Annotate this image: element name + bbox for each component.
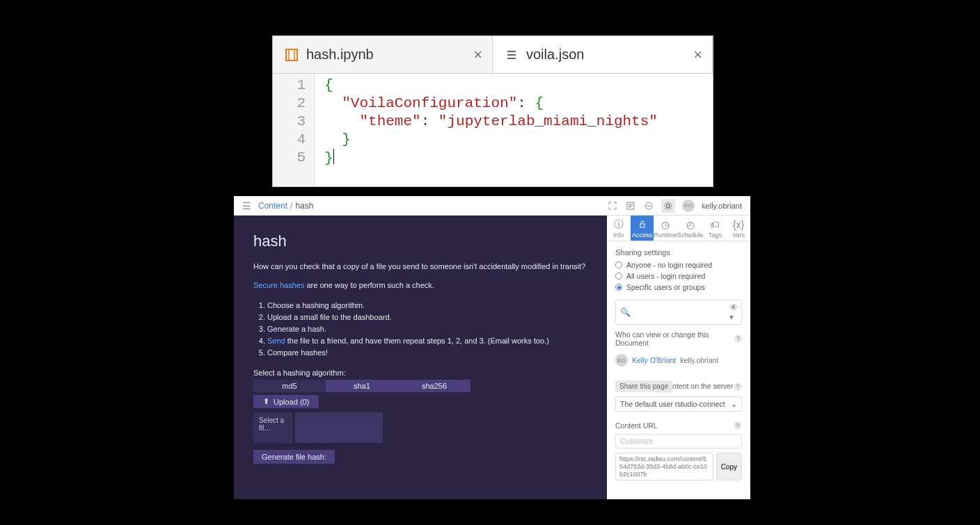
tab-hash-ipynb[interactable]: hash.ipynb × <box>273 36 493 73</box>
breadcrumb-root[interactable]: Content <box>258 201 287 211</box>
tab-label: hash.ipynb <box>306 47 374 63</box>
visibility-icon[interactable]: 👁 ▾ <box>729 302 738 322</box>
radio-label: Specific users or groups <box>626 283 705 291</box>
runas-select[interactable]: The default user rstudio-connect⌄ <box>615 396 742 412</box>
radio-icon <box>615 284 622 291</box>
algo-sha256-button[interactable]: sha256 <box>398 380 471 392</box>
avatar: KO <box>615 354 628 366</box>
logs-icon[interactable] <box>625 200 636 211</box>
code-token: : <box>517 95 535 111</box>
svg-rect-4 <box>640 224 645 227</box>
connect-app-panel: ☰ Content / hash KO kelly.obriant hash H… <box>234 196 750 499</box>
expand-icon[interactable] <box>607 200 618 211</box>
algo-sha1-button[interactable]: sha1 <box>326 380 398 392</box>
who-heading: Who can view or change this Document <box>615 330 734 347</box>
radio-specific[interactable]: Specific users or groups <box>615 283 742 291</box>
list-item: Generate a hash. <box>267 323 587 335</box>
code-token: } <box>342 131 351 147</box>
user-name: Kelly O'Briant <box>632 356 676 364</box>
close-icon[interactable]: × <box>473 46 482 64</box>
tab-label: voila.json <box>526 47 584 63</box>
intro-text: How can you check that a copy of a file … <box>253 261 587 272</box>
code-token: } <box>324 150 333 166</box>
tab-tags[interactable]: 🏷Tags <box>704 216 727 241</box>
upload-label: Upload (0) <box>274 398 309 406</box>
code-area[interactable]: { "VoilaConfiguration": { "theme": "jupy… <box>315 74 667 186</box>
menu-icon[interactable]: ☰ <box>242 200 251 211</box>
code-token: { <box>324 77 333 93</box>
share-page-button[interactable]: Share this page <box>615 380 672 392</box>
breadcrumb-current: hash <box>295 201 313 211</box>
user-row[interactable]: KO Kelly O'Briant kelly.obriant <box>615 351 742 375</box>
avatar[interactable]: KO <box>682 200 695 212</box>
algo-label: Select a hashing algorithm: <box>253 369 587 377</box>
user-search[interactable]: 🔍 👁 ▾ <box>615 300 742 325</box>
tab-label: Vars <box>732 232 745 239</box>
svg-point-3 <box>667 204 670 207</box>
user-login: kelly.obriant <box>680 356 718 364</box>
list-item: Send the file to a friend, and have them… <box>267 335 587 347</box>
settings-pane: ⓘInfo Access ◷Runtime ◴Schedule 🏷Tags {x… <box>607 216 750 499</box>
code-token: "theme" <box>359 113 420 129</box>
tag-icon: 🏷 <box>710 219 720 230</box>
more-icon[interactable] <box>643 200 654 211</box>
intro-line2: Secure hashes are one way to perform suc… <box>253 280 587 291</box>
tab-label: Runtime <box>654 232 677 239</box>
line-gutter: 1 2 3 4 5 <box>273 74 315 186</box>
line-number: 1 <box>273 76 306 95</box>
tab-voila-json[interactable]: voila.json × <box>493 36 713 73</box>
radio-icon <box>615 273 622 280</box>
tab-runtime[interactable]: ◷Runtime <box>654 216 677 241</box>
tab-label: Info <box>613 232 624 239</box>
code-editor-panel: hash.ipynb × voila.json × 1 2 3 4 5 { "V… <box>272 35 713 187</box>
intro-tail: are one way to perform such a check. <box>304 281 434 289</box>
help-icon[interactable]: ? <box>734 334 742 343</box>
search-input[interactable] <box>633 308 729 316</box>
settings-tabs: ⓘInfo Access ◷Runtime ◴Schedule 🏷Tags {x… <box>607 216 750 241</box>
code-token: { <box>535 95 544 111</box>
vars-icon: {x} <box>733 219 744 230</box>
help-icon[interactable]: ? <box>734 382 742 391</box>
tab-schedule[interactable]: ◴Schedule <box>677 216 704 241</box>
page-title: hash <box>253 232 587 250</box>
generate-hash-button[interactable]: Generate file hash: <box>253 450 335 464</box>
search-icon: 🔍 <box>620 307 631 317</box>
tab-info[interactable]: ⓘInfo <box>607 216 631 241</box>
tab-access[interactable]: Access <box>631 216 654 241</box>
radio-anyone[interactable]: Anyone - no login required <box>615 261 742 269</box>
gear-icon[interactable] <box>661 199 675 213</box>
copy-button[interactable]: Copy <box>716 453 742 480</box>
algo-md5-button[interactable]: md5 <box>253 380 326 392</box>
editor-body[interactable]: 1 2 3 4 5 { "VoilaConfiguration": { "the… <box>273 74 713 186</box>
radio-icon <box>615 261 622 268</box>
step4-tail: the file to a friend, and have them repe… <box>285 337 549 345</box>
topbar-username[interactable]: kelly.obriant <box>702 202 742 210</box>
code-token: : <box>421 113 438 129</box>
clock-icon: ◴ <box>686 219 695 230</box>
file-select-label[interactable]: Select a fil… <box>253 412 292 443</box>
line-number: 4 <box>273 131 306 149</box>
radio-allusers[interactable]: All users - login required <box>615 272 742 280</box>
dashboard-pane: hash How can you check that a copy of a … <box>234 216 607 499</box>
tab-label: Schedule <box>677 232 704 239</box>
steps-list: Choose a hashing algorithm. Upload a sma… <box>267 300 587 359</box>
tab-label: Access <box>632 232 652 239</box>
file-drop-area[interactable] <box>295 412 383 443</box>
url-customize-input[interactable]: Customize <box>615 434 742 449</box>
text-cursor <box>333 149 334 164</box>
url-heading: Content URL <box>615 421 658 430</box>
tab-label: Tags <box>709 232 722 239</box>
list-item: Compare hashes! <box>267 347 587 359</box>
json-icon <box>504 47 519 63</box>
secure-hashes-link[interactable]: Secure hashes <box>253 281 304 289</box>
notebook-icon <box>284 47 299 63</box>
close-icon[interactable]: × <box>693 46 702 64</box>
tab-vars[interactable]: {x}Vars <box>727 216 750 241</box>
svg-rect-0 <box>286 49 297 60</box>
send-link[interactable]: Send <box>267 337 285 345</box>
upload-button[interactable]: ⬆ Upload (0) <box>253 395 319 408</box>
help-icon[interactable]: ? <box>734 421 742 430</box>
upload-icon: ⬆ <box>263 397 269 406</box>
algo-toggle: md5 sha1 sha256 <box>253 380 587 392</box>
exec-tail: ntent on the server <box>672 382 734 390</box>
